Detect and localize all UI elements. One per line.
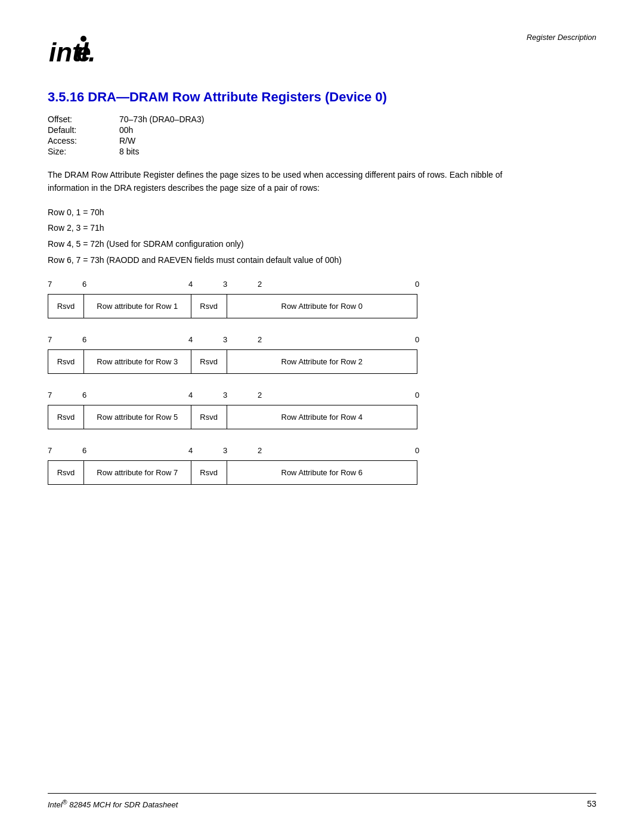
- bit-cell-3-2: Rsvd: [191, 461, 227, 485]
- footer-left: Intel® 82845 MCH for SDR Datasheet: [48, 798, 178, 809]
- bit-cell-1-3: Row Attribute for Row 2: [227, 350, 417, 374]
- bit-cell-3-3: Row Attribute for Row 6: [227, 461, 417, 485]
- footer-page-number: 53: [587, 799, 596, 809]
- default-value: 00h: [119, 125, 596, 135]
- bit-pos-2: 2: [258, 280, 262, 289]
- description-text: The DRAM Row Attribute Register defines …: [48, 168, 537, 195]
- header-section-label: Register Description: [527, 30, 596, 42]
- bit-diagram-2: 764320RsvdRow attribute for Row 5RsvdRow…: [48, 391, 596, 429]
- access-value: R/W: [119, 136, 596, 145]
- bit-pos-2: 2: [258, 446, 262, 455]
- bit-cell-1-2: Rsvd: [191, 350, 227, 374]
- row-mappings: Row 0, 1 = 70h Row 2, 3 = 71h Row 4, 5 =…: [48, 205, 596, 268]
- bit-pos-0: 0: [415, 446, 419, 455]
- bit-cell-1-1: Row attribute for Row 3: [83, 350, 191, 374]
- bit-labels-1: 764320: [48, 335, 417, 348]
- bit-cell-0-0: Rsvd: [48, 295, 84, 318]
- bit-pos-3: 3: [223, 446, 227, 455]
- section-number: 3.5.16: [48, 89, 84, 104]
- bit-pos-4: 4: [188, 280, 193, 289]
- bit-pos-3: 3: [223, 391, 227, 400]
- row-mapping-2: Row 4, 5 = 72h (Used for SDRAM configura…: [48, 236, 596, 252]
- bit-pos-7: 7: [48, 391, 52, 400]
- bit-diagrams-container: 764320RsvdRow attribute for Row 1RsvdRow…: [48, 280, 596, 485]
- bit-labels-3: 764320: [48, 446, 417, 459]
- bit-cell-0-1: Row attribute for Row 1: [83, 295, 191, 318]
- bit-pos-4: 4: [188, 391, 193, 400]
- bit-cell-0-3: Row Attribute for Row 0: [227, 295, 417, 318]
- intel-logo: int l. e: [48, 30, 101, 72]
- section-title: 3.5.16 DRA—DRAM Row Attribute Registers …: [48, 89, 596, 105]
- offset-value: 70–73h (DRA0–DRA3): [119, 114, 596, 124]
- page-footer: Intel® 82845 MCH for SDR Datasheet 53: [48, 793, 596, 809]
- bit-pos-2: 2: [258, 391, 262, 400]
- bit-labels-2: 764320: [48, 391, 417, 404]
- bit-table-0: RsvdRow attribute for Row 1RsvdRow Attri…: [48, 294, 417, 318]
- bit-pos-0: 0: [415, 391, 419, 400]
- page: int l. e Register Description 3.5.16 DRA…: [0, 0, 644, 833]
- bit-diagram-0: 764320RsvdRow attribute for Row 1RsvdRow…: [48, 280, 596, 318]
- size-value: 8 bits: [119, 147, 596, 156]
- bit-cell-3-1: Row attribute for Row 7: [83, 461, 191, 485]
- offset-label: Offset:: [48, 114, 119, 124]
- bit-cell-2-0: Rsvd: [48, 405, 84, 429]
- section-title-text: DRA—DRAM Row Attribute Registers (Device…: [88, 89, 387, 104]
- size-label: Size:: [48, 147, 119, 156]
- svg-text:e: e: [76, 38, 91, 67]
- register-info: Offset: 70–73h (DRA0–DRA3) Default: 00h …: [48, 114, 596, 156]
- row-mapping-1: Row 2, 3 = 71h: [48, 220, 596, 236]
- row-mapping-3: Row 6, 7 = 73h (RAODD and RAEVEN fields …: [48, 252, 596, 268]
- bit-table-2: RsvdRow attribute for Row 5RsvdRow Attri…: [48, 405, 417, 429]
- bit-pos-0: 0: [415, 335, 419, 344]
- bit-cell-2-3: Row Attribute for Row 4: [227, 405, 417, 429]
- bit-pos-4: 4: [188, 446, 193, 455]
- bit-pos-6: 6: [82, 335, 86, 344]
- bit-pos-2: 2: [258, 335, 262, 344]
- bit-pos-6: 6: [82, 446, 86, 455]
- bit-diagram-3: 764320RsvdRow attribute for Row 7RsvdRow…: [48, 446, 596, 485]
- bit-pos-3: 3: [223, 280, 227, 289]
- bit-cell-0-2: Rsvd: [191, 295, 227, 318]
- svg-point-3: [80, 36, 86, 42]
- bit-pos-7: 7: [48, 280, 52, 289]
- bit-table-3: RsvdRow attribute for Row 7RsvdRow Attri…: [48, 460, 417, 485]
- bit-cell-2-2: Rsvd: [191, 405, 227, 429]
- bit-pos-7: 7: [48, 335, 52, 344]
- page-header: int l. e Register Description: [48, 30, 596, 72]
- bit-pos-3: 3: [223, 335, 227, 344]
- bit-pos-0: 0: [415, 280, 419, 289]
- bit-pos-4: 4: [188, 335, 193, 344]
- bit-diagram-1: 764320RsvdRow attribute for Row 3RsvdRow…: [48, 335, 596, 374]
- bit-pos-6: 6: [82, 280, 86, 289]
- footer-title: Intel® 82845 MCH for SDR Datasheet: [48, 800, 178, 809]
- access-label: Access:: [48, 136, 119, 145]
- bit-cell-3-0: Rsvd: [48, 461, 84, 485]
- bit-pos-6: 6: [82, 391, 86, 400]
- bit-table-1: RsvdRow attribute for Row 3RsvdRow Attri…: [48, 349, 417, 374]
- bit-cell-2-1: Row attribute for Row 5: [83, 405, 191, 429]
- bit-labels-0: 764320: [48, 280, 417, 293]
- bit-pos-7: 7: [48, 446, 52, 455]
- default-label: Default:: [48, 125, 119, 135]
- row-mapping-0: Row 0, 1 = 70h: [48, 205, 596, 221]
- bit-cell-1-0: Rsvd: [48, 350, 84, 374]
